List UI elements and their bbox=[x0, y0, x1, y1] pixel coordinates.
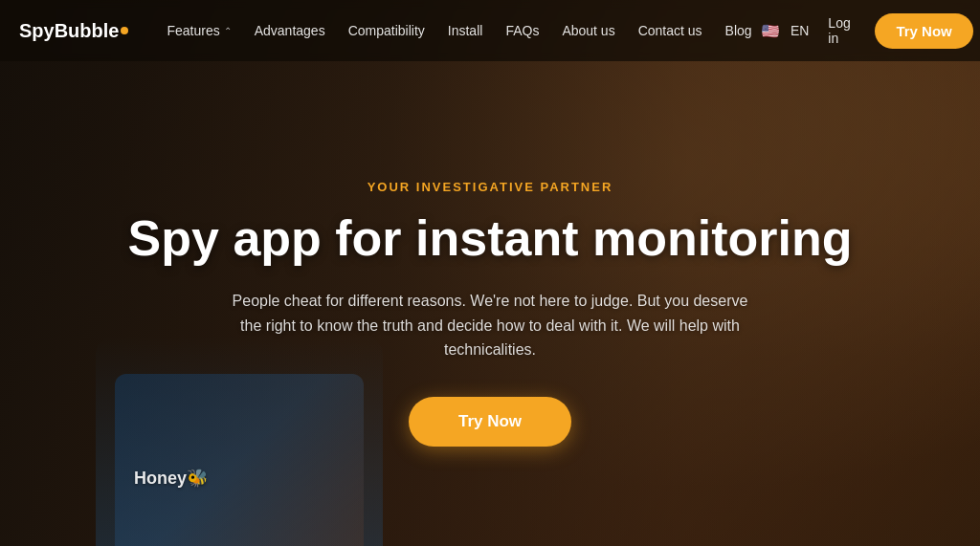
nav-right: 🇺🇸 EN Log in Try Now bbox=[762, 8, 973, 54]
try-now-nav-button[interactable]: Try Now bbox=[875, 13, 972, 49]
try-now-hero-button[interactable]: Try Now bbox=[409, 397, 571, 447]
nav-about[interactable]: About us bbox=[552, 15, 624, 46]
hero-title: Spy app for instant monitoring bbox=[128, 211, 853, 266]
nav-blog[interactable]: Blog bbox=[716, 15, 762, 46]
nav-contact[interactable]: Contact us bbox=[629, 15, 712, 46]
logo-text: SpyBubble bbox=[19, 20, 119, 42]
hero-section: YOUR INVESTIGATIVE PARTNER Spy app for i… bbox=[0, 61, 980, 546]
navbar: SpyBubble Features ⌃ Advantages Compatib… bbox=[0, 0, 980, 61]
language-label: EN bbox=[791, 23, 809, 38]
nav-links: Features ⌃ Advantages Compatibility Inst… bbox=[157, 15, 761, 46]
nav-install[interactable]: Install bbox=[438, 15, 493, 46]
nav-compatibility[interactable]: Compatibility bbox=[339, 15, 434, 46]
flag-icon: 🇺🇸 bbox=[762, 19, 779, 42]
chevron-down-icon: ⌃ bbox=[224, 26, 232, 36]
login-button[interactable]: Log in bbox=[820, 8, 863, 54]
logo[interactable]: SpyBubble bbox=[19, 20, 128, 42]
hero-tagline: YOUR INVESTIGATIVE PARTNER bbox=[368, 180, 613, 194]
hero-description: People cheat for different reasons. We'r… bbox=[222, 289, 758, 362]
nav-advantages[interactable]: Advantages bbox=[245, 15, 335, 46]
nav-features[interactable]: Features ⌃ bbox=[157, 15, 240, 46]
logo-dot bbox=[121, 27, 128, 34]
nav-faqs[interactable]: FAQs bbox=[496, 15, 548, 46]
